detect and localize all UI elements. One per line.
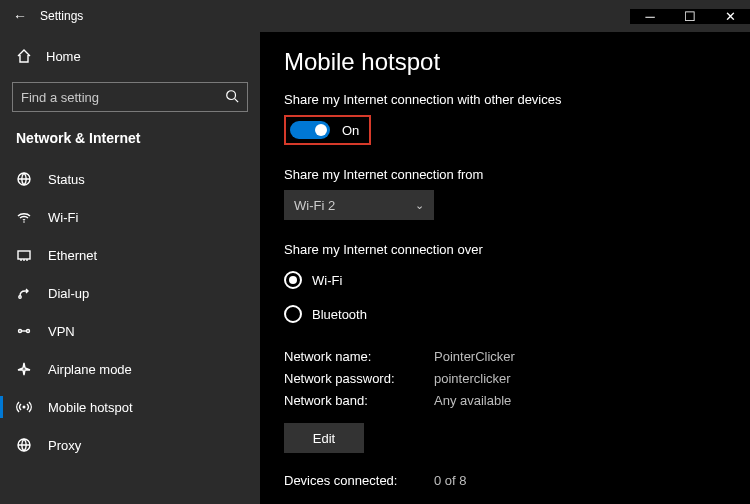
wifi-icon (16, 209, 32, 225)
share-from-label: Share my Internet connection from (284, 167, 726, 182)
sidebar-item-hotspot[interactable]: Mobile hotspot (0, 388, 260, 426)
sidebar-item-label: Proxy (48, 438, 81, 453)
net-pass-value: pointerclicker (434, 371, 511, 393)
home-icon (16, 48, 32, 64)
share-from-select[interactable]: Wi-Fi 2 ⌄ (284, 190, 434, 220)
sidebar-item-status[interactable]: Status (0, 160, 260, 198)
sidebar-item-proxy[interactable]: Proxy (0, 426, 260, 464)
sidebar: Home Find a setting Network & Internet S… (0, 32, 260, 504)
share-toggle[interactable] (290, 121, 330, 139)
highlight-box: On (284, 115, 371, 145)
svg-point-7 (23, 406, 26, 409)
svg-rect-3 (18, 251, 30, 259)
page-title: Mobile hotspot (284, 48, 726, 76)
sidebar-item-label: VPN (48, 324, 75, 339)
sidebar-item-label: Ethernet (48, 248, 97, 263)
radio-bt-label: Bluetooth (312, 307, 367, 322)
share-from-value: Wi-Fi 2 (294, 198, 335, 213)
share-over-label: Share my Internet connection over (284, 242, 726, 257)
sidebar-item-dialup[interactable]: Dial-up (0, 274, 260, 312)
hotspot-icon (16, 399, 32, 415)
search-icon (225, 89, 239, 106)
sidebar-item-label: Airplane mode (48, 362, 132, 377)
net-band-key: Network band: (284, 393, 434, 415)
svg-point-6 (27, 330, 30, 333)
svg-point-4 (19, 296, 21, 298)
svg-point-5 (19, 330, 22, 333)
minimize-button[interactable]: ─ (630, 9, 670, 24)
search-placeholder: Find a setting (21, 90, 99, 105)
share-toggle-label: Share my Internet connection with other … (284, 92, 726, 107)
content-pane: Mobile hotspot Share my Internet connect… (260, 32, 750, 504)
nav-home[interactable]: Home (0, 38, 260, 74)
net-name-key: Network name: (284, 349, 434, 371)
net-band-value: Any available (434, 393, 511, 415)
close-button[interactable]: ✕ (710, 9, 750, 24)
sidebar-item-label: Mobile hotspot (48, 400, 133, 415)
sidebar-item-wifi[interactable]: Wi-Fi (0, 198, 260, 236)
sidebar-item-airplane[interactable]: Airplane mode (0, 350, 260, 388)
radio-wifi[interactable]: Wi-Fi (284, 265, 726, 295)
proxy-icon (16, 437, 32, 453)
radio-indicator (284, 271, 302, 289)
devices-value: 0 of 8 (434, 473, 467, 495)
sidebar-item-ethernet[interactable]: Ethernet (0, 236, 260, 274)
net-name-value: PointerClicker (434, 349, 515, 371)
edit-button[interactable]: Edit (284, 423, 364, 453)
ethernet-icon (16, 247, 32, 263)
toggle-state-text: On (342, 123, 359, 138)
maximize-button[interactable]: ☐ (670, 9, 710, 24)
back-button[interactable]: ← (0, 8, 40, 24)
airplane-icon (16, 361, 32, 377)
svg-point-2 (23, 221, 25, 223)
radio-bluetooth[interactable]: Bluetooth (284, 299, 726, 329)
net-pass-key: Network password: (284, 371, 434, 393)
globe-icon (16, 171, 32, 187)
devices-key: Devices connected: (284, 473, 434, 495)
svg-point-0 (227, 90, 236, 99)
radio-indicator (284, 305, 302, 323)
sidebar-item-label: Dial-up (48, 286, 89, 301)
sidebar-item-label: Status (48, 172, 85, 187)
radio-wifi-label: Wi-Fi (312, 273, 342, 288)
nav-home-label: Home (46, 49, 81, 64)
dialup-icon (16, 285, 32, 301)
window-title: Settings (40, 9, 83, 23)
search-input[interactable]: Find a setting (12, 82, 248, 112)
sidebar-item-label: Wi-Fi (48, 210, 78, 225)
sidebar-item-vpn[interactable]: VPN (0, 312, 260, 350)
category-title: Network & Internet (0, 126, 260, 160)
chevron-down-icon: ⌄ (415, 199, 424, 212)
vpn-icon (16, 323, 32, 339)
